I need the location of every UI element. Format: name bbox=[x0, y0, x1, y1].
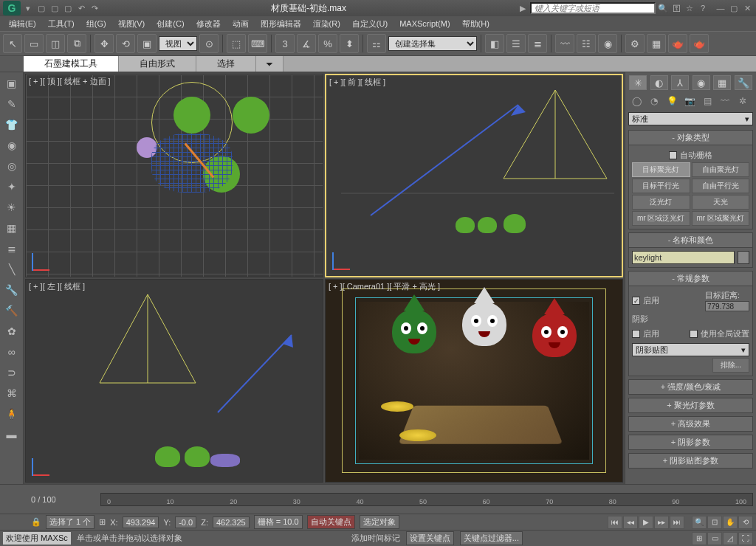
enable-checkbox[interactable]: ✓ bbox=[632, 297, 640, 305]
brush-icon[interactable]: ✎ bbox=[2, 94, 21, 114]
help-icon[interactable]: ? bbox=[697, 2, 709, 14]
pivot-icon[interactable]: ⊙ bbox=[199, 34, 219, 53]
minimize-icon[interactable]: — bbox=[715, 2, 726, 14]
spinner-snap-icon[interactable]: ⬍ bbox=[340, 34, 359, 53]
shadow-enable-checkbox[interactable] bbox=[632, 330, 640, 338]
free-direct-button[interactable]: 自由平行光 bbox=[692, 179, 750, 193]
star-icon[interactable]: ☆ bbox=[684, 2, 695, 14]
close-icon[interactable]: ✕ bbox=[741, 2, 753, 14]
new-icon[interactable]: ▢ bbox=[35, 2, 47, 14]
ribbon-tab-selection[interactable]: 选择 bbox=[196, 56, 256, 72]
render-icon[interactable]: 🫖 bbox=[668, 34, 687, 53]
utilities-tab-icon[interactable]: 🔧 bbox=[735, 75, 752, 90]
viewport-camera[interactable]: [ + ][ Camera01 ][ 平滑 + 高光 ] bbox=[325, 279, 623, 483]
ribbon-expand-icon[interactable]: ⏷ bbox=[256, 56, 284, 72]
biped-icon[interactable]: 🧍 bbox=[2, 404, 21, 424]
menu-animation[interactable]: 动画 bbox=[228, 17, 253, 31]
menu-graph[interactable]: 图形编辑器 bbox=[256, 17, 306, 31]
sphere-icon[interactable]: ◉ bbox=[2, 136, 21, 155]
zoom-extents-icon[interactable]: ⊞ bbox=[692, 532, 707, 545]
torus-icon[interactable]: ◎ bbox=[2, 156, 21, 176]
paint-icon[interactable]: ✿ bbox=[2, 322, 21, 341]
viewport-top[interactable]: [ + ][ 顶 ][ 线框 + 边面 ] bbox=[25, 74, 323, 277]
create-tab-icon[interactable]: ✳ bbox=[629, 75, 647, 90]
percent-snap-icon[interactable]: % bbox=[318, 34, 337, 53]
menu-edit[interactable]: 编辑(E) bbox=[4, 17, 41, 31]
select-crossing-icon[interactable]: ⧉ bbox=[67, 34, 86, 53]
mr-area-spot-button[interactable]: mr 区域聚光灯 bbox=[692, 211, 750, 226]
selection-set-dropdown[interactable]: 创建选择集 bbox=[388, 36, 477, 51]
menu-maxscript[interactable]: MAXScript(M) bbox=[395, 18, 454, 30]
add-time-tag[interactable]: 添加时间标记 bbox=[351, 533, 400, 544]
material-editor-icon[interactable]: ◉ bbox=[598, 34, 617, 53]
cylinder-icon[interactable]: ≣ bbox=[2, 239, 21, 258]
magnet-icon[interactable]: ⊃ bbox=[2, 363, 21, 382]
motion-tab-icon[interactable]: ◉ bbox=[693, 75, 710, 90]
menu-views[interactable]: 视图(V) bbox=[114, 17, 150, 31]
shadow-map-dropdown[interactable]: 阴影贴图▾ bbox=[632, 343, 749, 356]
render-prod-icon[interactable]: 🫖 bbox=[690, 34, 709, 53]
prev-frame-icon[interactable]: ◂◂ bbox=[623, 516, 638, 529]
lights-icon[interactable]: 💡 bbox=[664, 94, 680, 108]
rollout-general-params[interactable]: 常规参数 bbox=[628, 271, 753, 286]
shirt-icon[interactable]: 👕 bbox=[2, 115, 21, 134]
helpers-icon[interactable]: ▤ bbox=[699, 94, 715, 108]
menu-tools[interactable]: 工具(T) bbox=[44, 17, 79, 31]
viewport-front[interactable]: [ + ][ 前 ][ 线框 ] bbox=[325, 74, 623, 277]
key-filters-button[interactable]: 关键点过滤器... bbox=[460, 531, 523, 545]
field-of-view-icon[interactable]: ◿ bbox=[723, 532, 738, 545]
save-icon[interactable]: ▢ bbox=[62, 2, 74, 14]
object-color-swatch[interactable] bbox=[738, 251, 749, 264]
wrench-icon[interactable]: 🔧 bbox=[2, 280, 21, 300]
select-region-icon[interactable]: ▭ bbox=[24, 34, 44, 53]
set-key-button[interactable]: 设置关键点 bbox=[406, 531, 454, 545]
menu-modifiers[interactable]: 修改器 bbox=[192, 17, 225, 31]
autogrid-checkbox[interactable] bbox=[669, 151, 677, 159]
rollout-object-type[interactable]: 对象类型 bbox=[628, 130, 753, 145]
checker-icon[interactable]: ▦ bbox=[2, 218, 21, 238]
maximize-viewport-icon[interactable]: ⛶ bbox=[738, 532, 753, 545]
light-type-dropdown[interactable]: 标准▾ bbox=[628, 112, 753, 125]
time-slider[interactable]: 0 / 100 0 10 20 30 40 50 60 70 80 90 100 bbox=[100, 493, 753, 506]
free-spot-button[interactable]: 自由聚光灯 bbox=[692, 162, 750, 177]
shapes-icon[interactable]: ◔ bbox=[646, 94, 662, 108]
ribbon-tab-freeform[interactable]: 自由形式 bbox=[119, 56, 196, 72]
zoom-icon[interactable]: 🔍 bbox=[692, 516, 707, 529]
cameras-icon[interactable]: 📷 bbox=[681, 94, 698, 108]
redo-icon[interactable]: ↷ bbox=[89, 2, 100, 14]
open-icon[interactable]: ▢ bbox=[49, 2, 61, 14]
menu-help[interactable]: 帮助(H) bbox=[458, 17, 494, 31]
binoculars-icon[interactable]: 🔍 bbox=[657, 2, 669, 14]
x-coord-field[interactable]: 493.294 bbox=[123, 516, 159, 528]
mirror-icon[interactable]: ◧ bbox=[485, 34, 504, 53]
target-distance-spinner[interactable]: 779.738 bbox=[705, 301, 749, 311]
select-window-icon[interactable]: ◫ bbox=[46, 34, 65, 53]
systems-icon[interactable]: ✲ bbox=[735, 94, 751, 108]
keyboard-icon[interactable]: ⌨ bbox=[248, 34, 267, 53]
zoom-all-icon[interactable]: ⊡ bbox=[707, 516, 722, 529]
display-tab-icon[interactable]: ▦ bbox=[713, 75, 731, 90]
menu-customize[interactable]: 自定义(U) bbox=[348, 17, 392, 31]
star-tool-icon[interactable]: ✦ bbox=[2, 177, 21, 196]
render-setup-icon[interactable]: ⚙ bbox=[625, 34, 645, 53]
knot-icon[interactable]: ⌘ bbox=[2, 384, 21, 403]
goto-end-icon[interactable]: ⏭ bbox=[670, 516, 684, 529]
link-icon[interactable]: ∞ bbox=[2, 342, 21, 362]
schematic-icon[interactable]: ☷ bbox=[577, 34, 596, 53]
mr-area-omni-button[interactable]: mr 区域泛光灯 bbox=[632, 211, 690, 226]
object-name-input[interactable] bbox=[632, 251, 735, 264]
search-input[interactable] bbox=[530, 2, 656, 14]
coord-icon[interactable]: ⊞ bbox=[99, 517, 106, 527]
box-icon[interactable]: ▣ bbox=[2, 74, 21, 93]
knife-icon[interactable]: ╲ bbox=[2, 260, 21, 279]
modify-tab-icon[interactable]: ◐ bbox=[650, 75, 668, 90]
play-icon[interactable]: ▶ bbox=[517, 2, 529, 14]
angle-snap-icon[interactable]: ∡ bbox=[297, 34, 316, 53]
menu-group[interactable]: 组(G) bbox=[82, 17, 111, 31]
orbit-icon[interactable]: ⟲ bbox=[738, 516, 753, 529]
move-icon[interactable]: ✥ bbox=[94, 34, 114, 53]
layers-icon[interactable]: ≣ bbox=[528, 34, 547, 53]
maximize-icon[interactable]: ▢ bbox=[728, 2, 740, 14]
arrow-down-icon[interactable]: ▾ bbox=[22, 2, 34, 14]
hammer-icon[interactable]: 🔨 bbox=[2, 301, 21, 320]
